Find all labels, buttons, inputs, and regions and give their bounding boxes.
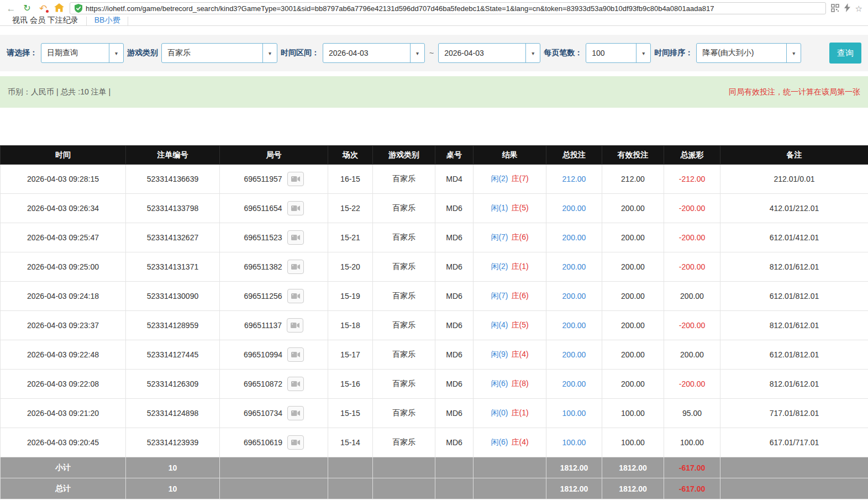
cell-game-type: 百家乐	[373, 282, 435, 311]
cell-game-type: 百家乐	[373, 194, 435, 223]
result-player: 闲(2)	[491, 262, 508, 271]
cell-empty	[435, 457, 474, 478]
cell-bet-number: 523314128959	[126, 311, 220, 340]
video-replay-button[interactable]	[287, 260, 304, 274]
cell-remark: 812.01/612.01	[720, 252, 868, 282]
chevron-down-icon: ▾	[525, 44, 540, 62]
cell-payout: -200.00	[664, 194, 720, 223]
total-valid-bet: 1812.00	[602, 478, 664, 499]
cell-result: 闲(9)庄(4)	[474, 340, 546, 370]
video-replay-button[interactable]	[287, 406, 304, 420]
column-header: 有效投注	[602, 146, 664, 165]
column-header: 注单编号	[126, 146, 220, 165]
cell-empty	[720, 478, 868, 499]
total-bet-link[interactable]: 200.00	[562, 204, 586, 213]
cell-result: 闲(2)庄(1)	[474, 252, 546, 282]
cell-time: 2026-04-03 09:22:48	[1, 340, 126, 370]
result-banker: 庄(5)	[512, 320, 529, 329]
game-type-select[interactable]: 百家乐 ▾	[161, 43, 277, 63]
cell-round-number: 696511654	[220, 194, 328, 223]
table-row: 2026-04-03 09:20:45 523314123939 6965106…	[1, 428, 868, 457]
result-banker: 庄(1)	[512, 262, 529, 271]
tab-bet-records[interactable]: 视讯 会员 下注纪录	[4, 17, 87, 25]
cell-empty	[220, 478, 328, 499]
total-bet-link[interactable]: 200.00	[562, 379, 586, 388]
search-button[interactable]: 查询	[829, 43, 861, 64]
tab-bb-tip[interactable]: BB小费	[87, 17, 129, 25]
cell-empty	[373, 457, 435, 478]
cell-round-number: 696511256	[220, 282, 328, 311]
total-bet-link[interactable]: 200.00	[562, 321, 586, 330]
back-icon[interactable]: ←	[6, 4, 17, 13]
cell-result: 闲(6)庄(4)	[474, 428, 546, 457]
refresh-icon[interactable]: ↻	[22, 4, 33, 13]
cell-valid-bet: 200.00	[602, 311, 664, 340]
table-row: 2026-04-03 09:26:34 523314133798 6965116…	[1, 194, 868, 223]
video-replay-button[interactable]	[287, 172, 304, 186]
total-bet-link[interactable]: 200.00	[562, 350, 586, 359]
video-replay-button[interactable]	[287, 230, 304, 245]
total-bet-link[interactable]: 200.00	[562, 292, 586, 300]
video-replay-button[interactable]	[287, 347, 304, 362]
cell-total-bet: 200.00	[546, 194, 602, 223]
cell-total-bet: 100.00	[546, 399, 602, 428]
cell-bet-number: 523314126309	[126, 370, 220, 399]
per-page-label: 每页笔数：	[544, 48, 582, 58]
round-number-text: 696511654	[244, 204, 282, 213]
cell-game-type: 百家乐	[373, 399, 435, 428]
cell-result: 闲(0)庄(1)	[474, 399, 546, 428]
cell-total-bet: 100.00	[546, 428, 602, 457]
lightning-icon[interactable]	[844, 3, 850, 13]
result-banker: 庄(4)	[512, 437, 529, 446]
cell-empty	[474, 457, 546, 478]
total-bet-link[interactable]: 200.00	[562, 262, 586, 271]
video-replay-button[interactable]	[287, 201, 304, 215]
total-bet-link[interactable]: 212.00	[562, 175, 586, 183]
result-banker: 庄(7)	[512, 174, 529, 183]
total-count: 10	[126, 478, 220, 499]
subtotal-total-bet: 1812.00	[546, 457, 602, 478]
cell-game-type: 百家乐	[373, 370, 435, 399]
cell-remark: 212.01/0.01	[720, 165, 868, 194]
cell-valid-bet: 212.00	[602, 165, 664, 194]
table-row: 2026-04-03 09:23:37 523314128959 6965111…	[1, 311, 868, 340]
date-from-select[interactable]: 2026-04-03 ▾	[323, 43, 425, 63]
video-icon	[291, 205, 300, 212]
subtotal-payout: -617.00	[664, 457, 720, 478]
cell-session: 15-22	[328, 194, 373, 223]
cell-result: 闲(1)庄(5)	[474, 194, 546, 223]
video-replay-button[interactable]	[287, 377, 304, 391]
date-to-select[interactable]: 2026-04-03 ▾	[438, 43, 540, 63]
bookmark-star-icon[interactable]: ☆	[855, 4, 862, 13]
address-bar[interactable]: https://iohetf.com/game/betrecord_search…	[70, 2, 826, 14]
cell-time: 2026-04-03 09:20:45	[1, 428, 126, 457]
total-bet-link[interactable]: 100.00	[562, 438, 586, 447]
date-query-value: 日期查询	[41, 44, 109, 62]
video-replay-button[interactable]	[287, 435, 304, 450]
date-to-value: 2026-04-03	[439, 44, 525, 62]
total-bet-link[interactable]: 100.00	[562, 409, 586, 418]
video-replay-button[interactable]	[287, 289, 304, 303]
date-query-select[interactable]: 日期查询 ▾	[41, 43, 124, 63]
video-replay-button[interactable]	[287, 318, 303, 333]
per-page-select[interactable]: 100 ▾	[586, 43, 651, 63]
total-bet-link[interactable]: 200.00	[562, 233, 586, 242]
cell-total-bet: 212.00	[546, 165, 602, 194]
cell-payout: -212.00	[664, 165, 720, 194]
undo-icon[interactable]: ↶	[38, 4, 49, 13]
column-header: 总派彩	[664, 146, 720, 165]
cell-empty	[328, 457, 373, 478]
game-type-label: 游戏类别	[127, 48, 158, 58]
cell-round-number: 696510872	[220, 370, 328, 399]
home-icon[interactable]	[54, 3, 65, 14]
column-header: 桌号	[435, 146, 474, 165]
cell-session: 15-20	[328, 252, 373, 282]
subtotal-count: 10	[126, 457, 220, 478]
table-row: 2026-04-03 09:21:20 523314124898 6965107…	[1, 399, 868, 428]
cell-payout: -200.00	[664, 252, 720, 282]
qr-code-icon[interactable]	[831, 4, 839, 13]
subtotal-row: 小计 10 1812.00 1812.00 -617.00	[1, 457, 868, 478]
sort-select[interactable]: 降幂(由大到小) ▾	[696, 43, 801, 63]
cell-bet-number: 523314127445	[126, 340, 220, 370]
cell-result: 闲(6)庄(8)	[474, 370, 546, 399]
